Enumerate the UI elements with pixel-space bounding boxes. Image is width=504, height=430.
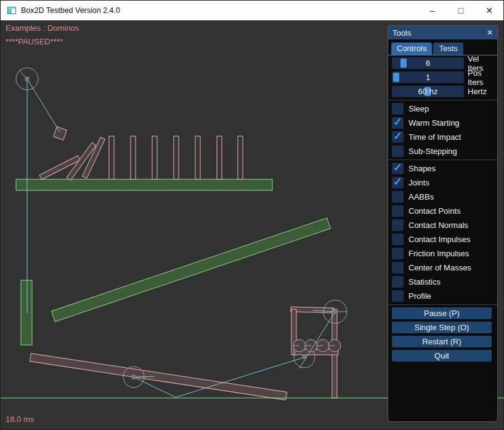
toggle-label: Shapes: [408, 164, 436, 173]
joint-frame-diagonal: [299, 312, 335, 368]
checkbox-center-of-masses[interactable]: [392, 262, 404, 274]
toggle-label: AABBs: [408, 192, 434, 201]
maximize-icon[interactable]: □: [447, 1, 475, 20]
toggle-label: Sleep: [408, 104, 429, 113]
toggle-contact-impulses: Contact Impulses: [392, 233, 494, 245]
minimize-icon[interactable]: –: [418, 1, 447, 20]
single-step-o-button[interactable]: Single Step (O): [392, 322, 492, 333]
checkbox-shapes[interactable]: ✓: [392, 163, 404, 174]
toggle-label: Sub-Stepping: [408, 147, 457, 156]
tools-title: Tools: [392, 28, 411, 38]
slider-value: 1: [392, 71, 464, 83]
separator: [388, 160, 497, 160]
joint-pendulum-bob: [27, 79, 60, 132]
checkbox-contact-impulses[interactable]: [392, 233, 404, 245]
quit-button[interactable]: Quit: [392, 350, 492, 362]
draw-toggles-section: ✓Shapes✓JointsAABBsContact PointsContact…: [392, 163, 494, 302]
pause-p-button[interactable]: Pause (P): [392, 307, 492, 319]
panel-close-icon[interactable]: ✕: [487, 28, 493, 37]
tab-tests[interactable]: Tests: [433, 43, 463, 55]
checkbox-friction-impulses[interactable]: [392, 248, 404, 259]
toggle-sleep: Sleep: [392, 103, 494, 115]
platform: [16, 179, 272, 190]
toggle-label: Time of Impact: [408, 132, 461, 142]
toggle-sub-stepping: Sub-Stepping: [392, 145, 494, 157]
domino: [238, 136, 243, 179]
toggle-warm-starting: ✓Warm Starting: [392, 117, 494, 129]
slider-track-vel-iters[interactable]: 6: [392, 57, 464, 69]
slider-hertz: 60 hzHertz: [392, 86, 494, 97]
slider-value: 6: [392, 57, 464, 69]
checkbox-profile[interactable]: [392, 290, 404, 302]
vertical-plank: [21, 280, 32, 345]
check-icon: ✓: [393, 115, 402, 129]
solver-toggles-section: Sleep✓Warm Starting✓Time of ImpactSub-St…: [392, 103, 494, 157]
seesaw-plank: [30, 354, 287, 400]
slider-label: Hertz: [468, 87, 487, 96]
domino: [109, 136, 114, 179]
domino: [217, 136, 222, 179]
joint-anchor: [303, 355, 307, 359]
separator: [388, 100, 497, 100]
slider-vel-iters: 6Vel Iters: [392, 57, 494, 69]
checkbox-sleep[interactable]: [392, 103, 404, 115]
titlebar: Box2D Testbed Version 2.4.0 – □ ✕: [1, 1, 503, 20]
app-icon: [7, 6, 17, 15]
tools-tabbar: ControlsTests: [388, 39, 497, 55]
sliders-section: 6Vel Iters1Pos Iters60 hzHertz: [392, 57, 494, 97]
toggle-profile: Profile: [392, 290, 494, 302]
checkbox-time-of-impact[interactable]: ✓: [392, 131, 404, 143]
checkbox-joints[interactable]: ✓: [392, 177, 404, 189]
pendulum-bob: [54, 127, 67, 140]
separator: [388, 304, 497, 305]
domino: [152, 136, 157, 179]
slider-value: 60 hz: [392, 86, 464, 97]
tools-header[interactable]: Tools ✕: [388, 26, 497, 39]
toggle-label: Joints: [408, 178, 429, 187]
tools-panel: Tools ✕ ControlsTests 6Vel Iters1Pos Ite…: [388, 25, 498, 422]
action-buttons-section: Pause (P)Single Step (O)Restart (R)Quit: [392, 307, 494, 362]
window-controls: – □ ✕: [418, 1, 503, 20]
joint-anchor: [25, 77, 30, 81]
toggle-contact-normals: Contact Normals: [392, 219, 494, 231]
toggle-time-of-impact: ✓Time of Impact: [392, 131, 494, 143]
paused-label: ****PAUSED****: [6, 37, 63, 46]
slider-track-hertz[interactable]: 60 hz: [392, 86, 464, 97]
frame-time-label: 18.0 ms: [6, 415, 34, 424]
slider-label: Pos Iters: [468, 68, 494, 87]
checkbox-sub-stepping[interactable]: [392, 145, 404, 157]
simulation-canvas[interactable]: Examples : Dominos ****PAUSED**** 18.0 m…: [1, 20, 503, 429]
slider-track-pos-iters[interactable]: 1: [392, 71, 464, 83]
toggle-contact-points: Contact Points: [392, 205, 494, 217]
toggle-aabbs: AABBs: [392, 191, 494, 203]
toggle-label: Warm Starting: [408, 118, 460, 128]
toggle-label: Statistics: [408, 277, 441, 286]
domino: [174, 136, 179, 179]
toggle-center-of-masses: Center of Masses: [392, 262, 494, 274]
joint-anchor: [333, 310, 338, 314]
toggle-label: Contact Normals: [408, 221, 468, 230]
checkbox-contact-normals[interactable]: [392, 219, 404, 231]
toggle-label: Profile: [408, 291, 431, 301]
checkbox-contact-points[interactable]: [392, 205, 404, 217]
toggle-joints: ✓Joints: [392, 177, 494, 189]
frame-top-bar: [291, 307, 334, 313]
checkbox-warm-starting[interactable]: ✓: [392, 117, 404, 129]
check-icon: ✓: [393, 175, 402, 189]
checkbox-statistics[interactable]: [392, 276, 404, 288]
toggle-statistics: Statistics: [392, 276, 494, 288]
window-title: Box2D Testbed Version 2.4.0: [21, 6, 120, 15]
toggle-label: Center of Masses: [408, 263, 471, 272]
toggle-label: Contact Impulses: [408, 235, 470, 244]
check-icon: ✓: [393, 161, 402, 174]
checkbox-aabbs[interactable]: [392, 191, 404, 203]
tab-controls[interactable]: Controls: [391, 43, 432, 55]
joint-anchor: [132, 375, 136, 379]
app-window: Box2D Testbed Version 2.4.0 – □ ✕ Exampl…: [0, 0, 504, 430]
diagonal-plank: [52, 218, 331, 322]
close-icon[interactable]: ✕: [475, 1, 503, 20]
toggle-label: Friction Impulses: [408, 249, 469, 258]
restart-r-button[interactable]: Restart (R): [392, 336, 492, 347]
domino: [131, 136, 136, 179]
example-label: Examples : Dominos: [6, 23, 79, 33]
